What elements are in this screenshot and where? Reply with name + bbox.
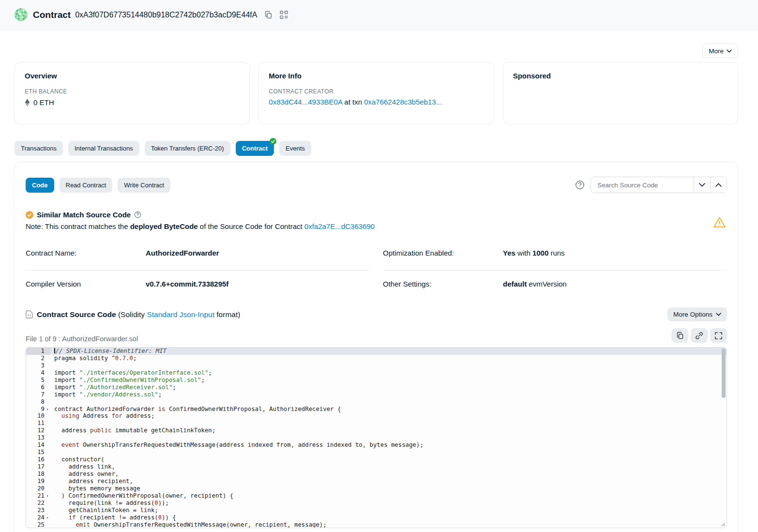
eth-balance-label: ETH BALANCE xyxy=(25,88,240,95)
compiler-version-label: Compiler Version xyxy=(26,280,146,288)
editor-scrollbar[interactable] xyxy=(722,349,726,398)
permalink-button[interactable] xyxy=(691,328,708,343)
search-prev-button[interactable] xyxy=(710,177,727,193)
warning-icon[interactable] xyxy=(713,216,726,230)
code-line-10: 10 using Address for address; xyxy=(26,412,727,420)
other-settings-label: Other Settings: xyxy=(383,280,503,288)
format-prefix: (Solidity xyxy=(116,310,147,319)
compiler-version-value: v0.7.6+commit.7338295f xyxy=(146,280,228,288)
code-line-7: 7import "./vendor/Address.sol"; xyxy=(26,391,727,398)
eth-balance-value: 0 ETH xyxy=(33,98,54,106)
verified-check-icon xyxy=(26,211,33,219)
contract-avatar xyxy=(15,8,28,21)
code-line-25: 25 emit OwnershipTransferRequestedWithMe… xyxy=(26,521,727,529)
search-source-input[interactable] xyxy=(591,177,694,193)
more-info-title: More Info xyxy=(269,72,484,80)
tab-contract[interactable]: Contract xyxy=(236,141,274,156)
page-title: Contract xyxy=(33,10,71,20)
copy-icon xyxy=(676,332,684,339)
code-line-21: 21▾ ) ConfirmedOwnerWithProposal(owner, … xyxy=(26,492,727,500)
chevron-down-icon xyxy=(699,183,705,187)
other-settings-value: default evmVersion xyxy=(503,280,567,288)
nav-tabs: TransactionsInternal TransactionsToken T… xyxy=(15,141,738,156)
more-options-button[interactable]: More Options xyxy=(667,307,727,321)
at-txn-text: at txn xyxy=(342,98,364,106)
tab-events[interactable]: Events xyxy=(279,141,311,156)
line-number: 13 xyxy=(26,434,50,441)
code-line-11: 11 xyxy=(26,420,727,427)
line-number: 20 xyxy=(26,485,50,492)
line-number[interactable]: 24▾ xyxy=(26,514,50,521)
copy-source-button[interactable] xyxy=(671,328,688,343)
source-code-title: Contract Source Code xyxy=(37,310,116,319)
format-suffix: format) xyxy=(214,310,240,319)
contract-name-value: AuthorizedForwarder xyxy=(146,249,219,257)
more-button[interactable]: More xyxy=(702,44,738,58)
file-label: File 1 of 9 : AuthorizedForwarder.sol xyxy=(26,335,671,343)
resize-handle[interactable] xyxy=(720,521,726,527)
code-line-5: 5import "./ConfirmedOwnerWithProposal.so… xyxy=(26,377,727,384)
contract-name-label: Contract Name: xyxy=(26,249,146,257)
line-number: 17 xyxy=(26,463,50,471)
line-number[interactable]: 21▾ xyxy=(26,492,50,500)
line-number: 10 xyxy=(26,412,50,420)
help-icon[interactable] xyxy=(575,180,585,190)
chevron-down-icon xyxy=(716,313,721,316)
line-number: 7 xyxy=(26,391,50,398)
code-line-16: 16 constructor( xyxy=(26,456,727,463)
fold-icon: ▾ xyxy=(45,514,50,521)
line-number: 23 xyxy=(26,507,50,514)
line-number: 18 xyxy=(26,471,50,478)
subtab-code[interactable]: Code xyxy=(26,178,54,193)
note-bold: deployed ByteCode xyxy=(130,222,198,230)
more-options-label: More Options xyxy=(673,311,713,318)
expand-icon xyxy=(715,332,722,339)
tab-internal-transactions[interactable]: Internal Transactions xyxy=(68,141,139,156)
line-number: 3 xyxy=(26,362,50,369)
creation-txn-link[interactable]: 0xa7662428c3b5eb13... xyxy=(364,98,442,106)
tab-token-transfers-erc-20-[interactable]: Token Transfers (ERC-20) xyxy=(145,141,230,156)
line-number: 5 xyxy=(26,377,50,384)
similar-match-title: Similar Match Source Code xyxy=(37,211,131,219)
code-line-4: 4import "./interfaces/OperatorInterface.… xyxy=(26,369,727,377)
ethereum-icon xyxy=(25,99,30,106)
line-number: 12 xyxy=(26,427,50,434)
line-number: 4 xyxy=(26,369,50,377)
line-number: 14 xyxy=(26,441,50,449)
source-code-editor[interactable]: 1// SPDX-License-Identifier: MIT2pragma … xyxy=(26,347,727,528)
matched-contract-link[interactable]: 0xfa2a7E...dC363690 xyxy=(304,222,375,230)
overview-card: Overview ETH BALANCE 0 ETH xyxy=(15,62,250,124)
info-cards: Overview ETH BALANCE 0 ETH More Info CON… xyxy=(15,62,738,124)
overview-title: Overview xyxy=(25,72,240,80)
contract-address: 0xA3f07D6773514480b918C2742b027b3acD9E44… xyxy=(75,11,257,19)
qr-code-icon[interactable] xyxy=(280,11,288,19)
fold-icon: ▾ xyxy=(45,406,50,413)
tab-transactions[interactable]: Transactions xyxy=(15,141,63,156)
note-text: Note: This contract matches the xyxy=(26,222,130,230)
source-search xyxy=(591,177,727,193)
code-line-23: 23 getChainlinkToken = link; xyxy=(26,507,727,514)
creator-address-link[interactable]: 0x83dC44...4933BE0A xyxy=(269,98,342,106)
code-line-19: 19 address recipient, xyxy=(26,478,727,485)
copy-address-icon[interactable] xyxy=(264,11,273,19)
expand-button[interactable] xyxy=(710,328,727,343)
code-tabs: CodeRead ContractWrite Contract xyxy=(26,178,575,193)
compiler-details: Contract Name: AuthorizedForwarder Compi… xyxy=(26,246,727,293)
code-line-15: 15 xyxy=(26,449,727,456)
note-text2: of the Source Code for Contract xyxy=(198,222,304,230)
subtab-write-contract[interactable]: Write Contract xyxy=(118,178,170,193)
chevron-down-icon xyxy=(727,49,732,53)
line-number: 25 xyxy=(26,521,50,529)
subtab-read-contract[interactable]: Read Contract xyxy=(60,178,113,193)
json-input-link[interactable]: Standard Json-Input xyxy=(147,310,214,319)
code-line-13: 13 xyxy=(26,434,727,441)
more-info-card: More Info CONTRACT CREATOR 0x83dC44...49… xyxy=(258,62,494,124)
line-number: 6 xyxy=(26,384,50,391)
code-line-14: 14 event OwnershipTransferRequestedWithM… xyxy=(26,441,727,449)
question-icon[interactable] xyxy=(134,211,141,218)
code-line-6: 6import "./AuthorizedReceiver.sol"; xyxy=(26,384,727,391)
line-number: 22 xyxy=(26,500,50,507)
line-number: 8 xyxy=(26,398,50,406)
search-next-button[interactable] xyxy=(694,177,710,193)
line-number[interactable]: 9▾ xyxy=(26,406,50,413)
